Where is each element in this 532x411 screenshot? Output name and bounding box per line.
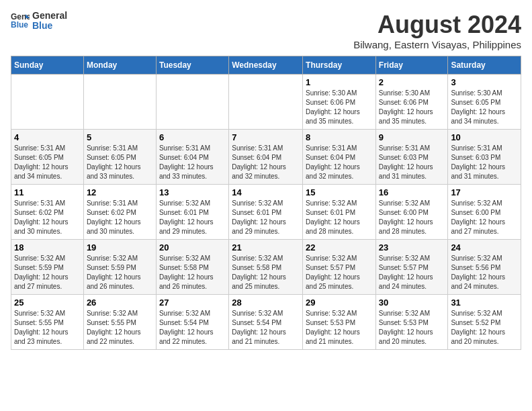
calendar-header-row: SundayMondayTuesdayWednesdayThursdayFrid… [11,56,521,75]
calendar-week-1: 1Sunrise: 5:30 AM Sunset: 6:06 PM Daylig… [11,75,521,130]
day-detail: Sunrise: 5:32 AM Sunset: 5:58 PM Dayligh… [159,254,226,291]
day-detail: Sunrise: 5:30 AM Sunset: 6:06 PM Dayligh… [379,89,445,126]
day-number: 23 [379,242,445,253]
day-number: 8 [306,132,373,142]
day-detail: Sunrise: 5:31 AM Sunset: 6:02 PM Dayligh… [87,199,153,236]
day-number: 25 [14,298,81,308]
day-number: 13 [159,187,226,197]
calendar-table: SundayMondayTuesdayWednesdayThursdayFrid… [11,56,521,350]
calendar-cell: 1Sunrise: 5:30 AM Sunset: 6:06 PM Daylig… [303,75,376,130]
day-detail: Sunrise: 5:32 AM Sunset: 5:56 PM Dayligh… [451,254,518,291]
logo-line1: General [32,11,67,21]
calendar-cell: 14Sunrise: 5:32 AM Sunset: 6:01 PM Dayli… [229,185,303,240]
title-area: August 2024 Bilwang, Eastern Visayas, Ph… [353,11,521,50]
day-detail: Sunrise: 5:32 AM Sunset: 6:01 PM Dayligh… [159,199,226,236]
calendar-cell [156,75,228,130]
day-number: 9 [379,132,445,142]
day-number: 24 [451,242,518,253]
calendar-cell: 26Sunrise: 5:32 AM Sunset: 5:55 PM Dayli… [83,295,156,350]
day-number: 2 [379,77,445,87]
calendar-week-4: 18Sunrise: 5:32 AM Sunset: 5:59 PM Dayli… [11,240,521,295]
day-detail: Sunrise: 5:32 AM Sunset: 5:58 PM Dayligh… [232,254,300,291]
day-detail: Sunrise: 5:32 AM Sunset: 5:57 PM Dayligh… [379,254,445,291]
calendar-cell: 3Sunrise: 5:30 AM Sunset: 6:05 PM Daylig… [448,75,521,130]
calendar-cell: 8Sunrise: 5:31 AM Sunset: 6:04 PM Daylig… [303,130,376,185]
day-detail: Sunrise: 5:31 AM Sunset: 6:04 PM Dayligh… [232,144,300,181]
calendar-cell: 15Sunrise: 5:32 AM Sunset: 6:01 PM Dayli… [303,185,376,240]
calendar-cell: 16Sunrise: 5:32 AM Sunset: 6:00 PM Dayli… [375,185,448,240]
column-header-wednesday: Wednesday [229,56,303,75]
day-number: 14 [232,187,300,197]
calendar-cell: 9Sunrise: 5:31 AM Sunset: 6:03 PM Daylig… [375,130,448,185]
calendar-cell: 30Sunrise: 5:32 AM Sunset: 5:53 PM Dayli… [375,295,448,350]
calendar-cell: 7Sunrise: 5:31 AM Sunset: 6:04 PM Daylig… [229,130,303,185]
subtitle: Bilwang, Eastern Visayas, Philippines [353,39,521,50]
day-number: 22 [306,242,373,253]
day-detail: Sunrise: 5:31 AM Sunset: 6:05 PM Dayligh… [87,144,153,181]
calendar-cell: 25Sunrise: 5:32 AM Sunset: 5:55 PM Dayli… [11,295,84,350]
column-header-monday: Monday [83,56,156,75]
day-detail: Sunrise: 5:30 AM Sunset: 6:05 PM Dayligh… [451,89,518,126]
day-number: 10 [451,132,518,142]
calendar-cell [229,75,303,130]
day-detail: Sunrise: 5:32 AM Sunset: 5:55 PM Dayligh… [87,309,153,347]
calendar-body: 1Sunrise: 5:30 AM Sunset: 6:06 PM Daylig… [11,75,521,350]
calendar-cell [83,75,156,130]
calendar-cell: 18Sunrise: 5:32 AM Sunset: 5:59 PM Dayli… [11,240,84,295]
day-number: 19 [87,242,153,253]
day-number: 30 [379,298,445,308]
calendar-week-5: 25Sunrise: 5:32 AM Sunset: 5:55 PM Dayli… [11,295,521,350]
day-detail: Sunrise: 5:32 AM Sunset: 5:54 PM Dayligh… [232,309,300,347]
day-number: 1 [306,77,373,87]
day-detail: Sunrise: 5:32 AM Sunset: 5:59 PM Dayligh… [14,254,81,291]
day-number: 26 [87,298,153,308]
calendar-cell: 27Sunrise: 5:32 AM Sunset: 5:54 PM Dayli… [156,295,228,350]
day-detail: Sunrise: 5:32 AM Sunset: 6:00 PM Dayligh… [451,199,518,236]
calendar-cell: 22Sunrise: 5:32 AM Sunset: 5:57 PM Dayli… [303,240,376,295]
day-number: 16 [379,187,445,197]
column-header-saturday: Saturday [448,56,521,75]
svg-text:Blue: Blue [11,20,28,30]
calendar-cell: 13Sunrise: 5:32 AM Sunset: 6:01 PM Dayli… [156,185,228,240]
calendar-cell: 11Sunrise: 5:31 AM Sunset: 6:02 PM Dayli… [11,185,84,240]
column-header-friday: Friday [375,56,448,75]
day-number: 7 [232,132,300,142]
day-number: 28 [232,298,300,308]
day-detail: Sunrise: 5:32 AM Sunset: 5:57 PM Dayligh… [306,254,373,291]
calendar-cell: 20Sunrise: 5:32 AM Sunset: 5:58 PM Dayli… [156,240,228,295]
calendar-week-2: 4Sunrise: 5:31 AM Sunset: 6:05 PM Daylig… [11,130,521,185]
calendar-cell: 17Sunrise: 5:32 AM Sunset: 6:00 PM Dayli… [448,185,521,240]
main-title: August 2024 [353,11,521,39]
column-header-thursday: Thursday [303,56,376,75]
calendar-week-3: 11Sunrise: 5:31 AM Sunset: 6:02 PM Dayli… [11,185,521,240]
day-detail: Sunrise: 5:32 AM Sunset: 5:53 PM Dayligh… [379,309,445,347]
day-detail: Sunrise: 5:31 AM Sunset: 6:02 PM Dayligh… [14,199,81,236]
day-detail: Sunrise: 5:31 AM Sunset: 6:04 PM Dayligh… [159,144,226,181]
day-detail: Sunrise: 5:32 AM Sunset: 6:00 PM Dayligh… [379,199,445,236]
day-detail: Sunrise: 5:32 AM Sunset: 6:01 PM Dayligh… [306,199,373,236]
day-detail: Sunrise: 5:30 AM Sunset: 6:06 PM Dayligh… [306,89,373,126]
day-detail: Sunrise: 5:32 AM Sunset: 5:54 PM Dayligh… [159,309,226,347]
day-number: 5 [87,132,153,142]
calendar-cell: 24Sunrise: 5:32 AM Sunset: 5:56 PM Dayli… [448,240,521,295]
day-detail: Sunrise: 5:31 AM Sunset: 6:03 PM Dayligh… [379,144,445,181]
day-number: 27 [159,298,226,308]
column-header-tuesday: Tuesday [156,56,228,75]
day-number: 20 [159,242,226,253]
day-number: 11 [14,187,81,197]
day-detail: Sunrise: 5:32 AM Sunset: 5:52 PM Dayligh… [451,309,518,347]
calendar-cell: 31Sunrise: 5:32 AM Sunset: 5:52 PM Dayli… [448,295,521,350]
day-number: 31 [451,298,518,308]
day-number: 17 [451,187,518,197]
day-detail: Sunrise: 5:31 AM Sunset: 6:05 PM Dayligh… [14,144,81,181]
calendar-cell: 28Sunrise: 5:32 AM Sunset: 5:54 PM Dayli… [229,295,303,350]
day-number: 15 [306,187,373,197]
calendar-cell: 5Sunrise: 5:31 AM Sunset: 6:05 PM Daylig… [83,130,156,185]
day-detail: Sunrise: 5:32 AM Sunset: 5:53 PM Dayligh… [306,309,373,347]
logo: General Blue General Blue [11,11,67,32]
calendar-cell: 2Sunrise: 5:30 AM Sunset: 6:06 PM Daylig… [375,75,448,130]
day-number: 12 [87,187,153,197]
header: General Blue General Blue August 2024 Bi… [11,11,521,50]
day-detail: Sunrise: 5:32 AM Sunset: 5:59 PM Dayligh… [87,254,153,291]
day-detail: Sunrise: 5:31 AM Sunset: 6:04 PM Dayligh… [306,144,373,181]
